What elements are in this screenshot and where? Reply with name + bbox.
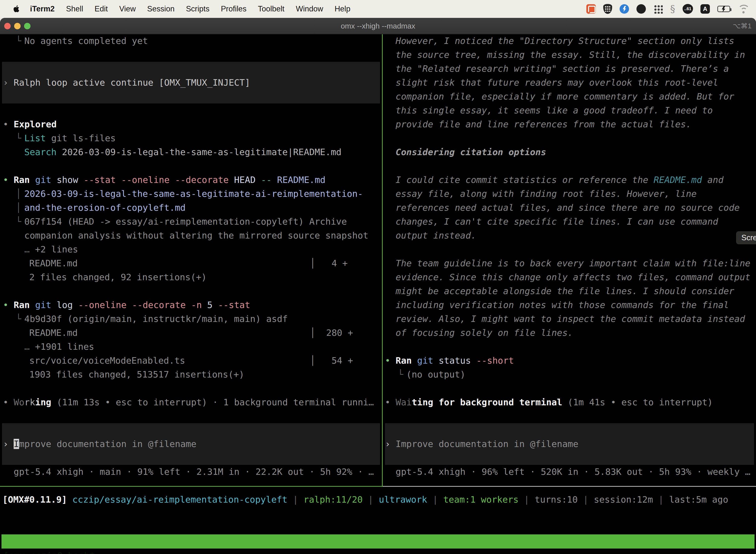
menu-item-scripts[interactable]: Scripts [180,4,215,13]
moon-icon[interactable] [636,4,646,14]
menu-item-app[interactable]: iTerm2 [24,4,60,13]
menu-items: iTerm2ShellEditViewSessionScriptsProfile… [24,4,356,13]
menu-status-icons: §..61A [586,4,756,14]
window-shortcut-badge: ⌥⌘1 [733,18,752,34]
shield-icon[interactable] [603,4,612,14]
battery-percent-icon[interactable]: ..61 [683,4,693,14]
a-key-icon[interactable]: A [700,4,710,14]
dots-grid-icon[interactable] [653,4,663,14]
menu-item-help[interactable]: Help [329,4,356,13]
menu-item-session[interactable]: Session [141,4,180,13]
iterm2-window: omx --xhigh --madmax ⌥⌘1 [0,18,756,554]
squiggle-icon[interactable]: § [670,4,675,14]
menu-item-profiles[interactable]: Profiles [215,4,252,13]
menu-item-toolbelt[interactable]: Toolbelt [252,4,290,13]
menu-bar: iTerm2ShellEditViewSessionScriptsProfile… [0,0,756,18]
battery-icon[interactable] [717,6,730,12]
menu-item-edit[interactable]: Edit [89,4,113,13]
menu-item-shell[interactable]: Shell [60,4,89,13]
apple-menu-icon[interactable] [12,5,21,13]
zap-icon[interactable] [620,4,629,14]
window-title: omx --xhigh --madmax [0,18,756,34]
menu-item-view[interactable]: View [114,4,142,13]
menu-item-window[interactable]: Window [290,4,329,13]
window-title-bar[interactable]: omx --xhigh --madmax ⌥⌘1 [0,18,756,34]
wifi-icon[interactable] [738,5,749,13]
messages-icon[interactable] [586,4,596,14]
